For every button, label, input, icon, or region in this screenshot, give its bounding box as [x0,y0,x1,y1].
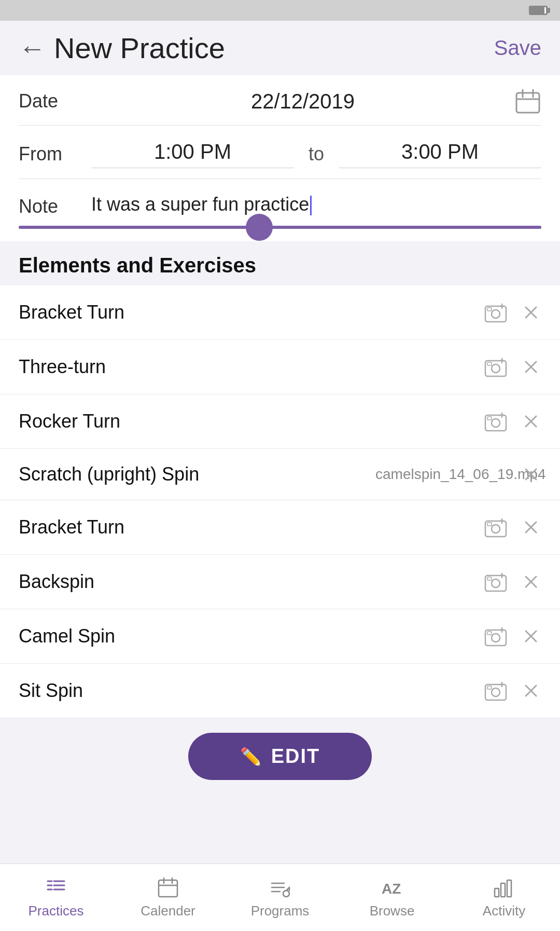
add-photo-button[interactable] [483,300,508,325]
header-left: ← New Practice [19,31,225,65]
nav-label-browse: Browse [370,903,415,919]
add-photo-button[interactable] [483,624,508,649]
battery-icon [529,6,548,15]
exercise-name: Camel Spin [19,625,483,647]
nav-label-practices: Practices [29,903,84,919]
svg-rect-11 [485,361,506,376]
svg-point-68 [283,891,289,897]
note-value[interactable]: It was a super fun practice [91,194,541,215]
exercise-name: Backspin [19,571,483,593]
edit-section: ✏️ EDIT [0,718,560,795]
exercise-row: Three-turn [0,340,560,394]
svg-point-28 [492,525,500,533]
svg-rect-31 [487,523,492,526]
nav-item-programs[interactable]: Programs [224,876,336,919]
svg-point-42 [492,634,500,642]
svg-rect-22 [487,417,492,420]
svg-rect-8 [487,308,492,311]
exercise-row: Backspin [0,555,560,609]
note-label: Note [19,194,91,217]
exercise-row: Rocker Turn [0,394,560,449]
svg-rect-34 [485,576,506,591]
svg-rect-4 [485,306,506,322]
to-separator: to [294,143,339,165]
remove-exercise-button[interactable] [521,464,541,485]
exercise-list: Bracket Turn Three-turn Rocker Turn Scra… [0,285,560,718]
nav-item-browse[interactable]: AZ Browse [336,876,448,919]
remove-exercise-button[interactable] [521,626,541,647]
to-time[interactable]: 3:00 PM [339,140,541,168]
text-cursor [310,196,312,215]
note-row: Note It was a super fun practice [19,179,541,217]
exercise-row: Scratch (upright) Spincamelspin_14_06_19… [0,449,560,500]
nav-item-calender[interactable]: Calender [112,876,224,919]
slider-track[interactable] [19,226,541,229]
section-header: Elements and Exercises [0,241,560,285]
bar-chart-icon [493,876,515,899]
add-photo-button[interactable] [483,515,508,540]
save-button[interactable]: Save [494,36,541,60]
svg-rect-38 [487,577,492,580]
form-area: Date 22/12/2019 From 1:00 PM to 3:00 PM … [0,75,560,241]
nav-label-calender: Calender [141,903,195,919]
nav-label-programs: Programs [251,903,310,919]
svg-point-49 [492,688,500,696]
svg-rect-27 [485,521,506,537]
svg-point-12 [492,364,500,373]
page-title: New Practice [54,31,225,65]
svg-rect-41 [485,630,506,646]
svg-point-19 [492,419,500,427]
exercise-row: Camel Spin [0,609,560,664]
date-value[interactable]: 22/12/2019 [91,90,514,113]
svg-rect-74 [507,880,511,897]
az-icon: AZ [381,876,403,899]
nav-item-practices[interactable]: Practices [0,876,112,919]
exercise-name: Bracket Turn [19,516,483,538]
edit-button[interactable]: ✏️ EDIT [188,733,372,780]
exercise-name: Sit Spin [19,680,483,702]
svg-rect-52 [487,686,492,689]
nav-item-activity[interactable]: Activity [448,876,560,919]
date-row: Date 22/12/2019 [19,75,541,126]
remove-exercise-button[interactable] [521,680,541,701]
svg-rect-48 [485,684,506,700]
remove-exercise-button[interactable] [521,517,541,538]
exercise-row: Bracket Turn [0,500,560,555]
from-label: From [19,143,91,165]
music-list-icon [269,876,291,899]
add-photo-button[interactable] [483,678,508,703]
exercise-file: camelspin_14_06_19.mp4 [375,465,510,484]
svg-text:AZ: AZ [382,881,401,897]
add-photo-button[interactable] [483,354,508,379]
svg-point-5 [492,310,500,318]
svg-rect-45 [487,632,492,635]
svg-rect-61 [159,880,177,897]
slider-wrap [19,217,541,241]
status-bar [0,0,560,21]
svg-rect-72 [495,888,499,897]
remove-exercise-button[interactable] [521,411,541,432]
remove-exercise-button[interactable] [521,571,541,592]
section-title: Elements and Exercises [19,254,256,277]
exercise-name: Scratch (upright) Spin [19,463,375,485]
slider-thumb[interactable] [246,214,273,241]
exercise-name: Rocker Turn [19,410,483,432]
exercise-name: Three-turn [19,356,483,378]
exercise-name: Bracket Turn [19,302,483,323]
svg-rect-18 [485,415,506,431]
add-photo-button[interactable] [483,409,508,434]
back-button[interactable]: ← [19,35,46,62]
calendar-icon [157,876,179,899]
from-time[interactable]: 1:00 PM [91,140,294,168]
date-label: Date [19,90,91,112]
remove-exercise-button[interactable] [521,302,541,323]
add-photo-button[interactable] [483,569,508,594]
svg-rect-73 [501,883,505,897]
remove-exercise-button[interactable] [521,357,541,377]
time-row: From 1:00 PM to 3:00 PM [19,126,541,179]
calendar-icon[interactable] [514,88,541,115]
exercise-row: Sit Spin [0,664,560,718]
header: ← New Practice Save [0,21,560,75]
nav-label-activity: Activity [483,903,525,919]
pencil-icon: ✏️ [240,746,263,767]
